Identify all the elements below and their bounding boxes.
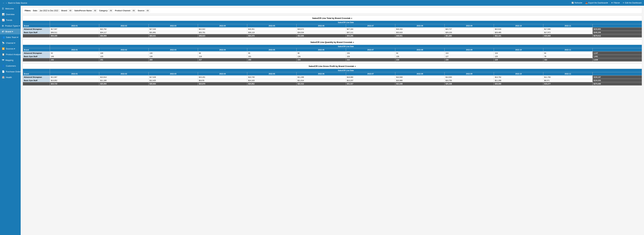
export-button[interactable]: 📤 Export the Dashboard▾ — [585, 2, 608, 4]
filter-bar: Filters: Date: Jan-2022 to Dec-2022 Bran… — [22, 8, 642, 14]
mapping-icon: 🗺 — [2, 59, 4, 61]
sidebar: ☰ Welcome📊 Overview📈 Trends⊞ Product Typ… — [0, 6, 21, 235]
main-content: Filters: Date: Jan-2022 to Dec-2022 Bran… — [21, 6, 644, 235]
top-bar: ← ← Back to Data Source 🔄 Refresh▾ 📤 Exp… — [0, 0, 644, 6]
crosstab-quantity: Sales/CR Line DateBrand2022-012022-02202… — [23, 45, 642, 62]
date-filter: Date: Jan-2022 to Dec-2022 — [33, 9, 60, 12]
export-icon: 📤 — [585, 2, 588, 4]
total-row: 2422412692172502343152192302291622,608 — [23, 58, 642, 62]
welcome-icon: ☰ — [2, 7, 4, 10]
sidebar-item-label: Sales Team ▾ — [6, 36, 18, 38]
sidebar-item-label: Brand ▾ — [6, 30, 13, 33]
table-section-quantity: Sales/CR Line Quantity by Brand Crosstab… — [22, 40, 642, 62]
source-filter-value[interactable]: All — [146, 9, 150, 12]
table-row: Advanced Strongman$17,597$22,792$27,530$… — [23, 28, 642, 31]
refresh-icon: 🔄 — [572, 2, 574, 4]
sidebar-item-label: Purchase Orders ▾ — [6, 70, 21, 73]
trends-icon: 📈 — [2, 19, 4, 21]
filters-button[interactable]: ▼ Filters▾ — [611, 2, 620, 4]
sidebar-item-label: Mapping — [6, 59, 13, 61]
filters-label: Filters: — [25, 10, 31, 12]
sidebar-item-label: Customers — [6, 65, 16, 67]
edit-button[interactable]: ✏ Edit the Dashboard — [623, 2, 642, 4]
sidebar-item-brand[interactable]: 🏷 Brand ▾ — [0, 28, 21, 34]
filter-icon: ▼ — [611, 2, 613, 4]
purchase-orders-icon: 📄 — [2, 70, 4, 73]
product-types-icon: ⊞ — [2, 24, 4, 27]
sidebar-item-purchase-orders[interactable]: 📄 Purchase Orders ▾ — [0, 69, 21, 74]
overview-icon: 📊 — [2, 13, 4, 16]
table-title-quantity[interactable]: Sales/CR Line Quantity by Brand Crosstab — [23, 40, 642, 45]
channel-filter-value[interactable]: All — [132, 9, 136, 12]
sidebar-item-label: Product Analysis — [6, 53, 21, 56]
sidebar-item-mapping[interactable]: 🗺 Mapping — [0, 57, 21, 63]
sidebar-item-label: Welcome — [5, 8, 14, 10]
sidebar-item-trends[interactable]: 📈 Trends — [0, 17, 21, 23]
table-row: Basic Gym Stuff$36,511$34,117$31,891$25,… — [23, 31, 642, 34]
salesperson-filter-value[interactable]: All — [93, 9, 97, 12]
back-button[interactable]: ← ← Back to Data Source — [2, 2, 27, 4]
total-row: $54,108$56,909$59,421$48,623$54,470$52,6… — [23, 34, 642, 38]
table-row: Advanced Strongman9310813098899815684103… — [23, 52, 642, 55]
sidebar-item-label: Trends — [6, 19, 12, 21]
sidebar-item-health[interactable]: 🏥 Health — [0, 74, 21, 80]
channel-filter: Product Channel: All — [115, 9, 136, 12]
back-icon: ← — [2, 2, 4, 4]
table-row: Basic Gym Stuff$13,052$11,180$12,425$9,6… — [23, 79, 642, 82]
sidebar-item-overview[interactable]: 📊 Overview — [0, 12, 21, 17]
crosstab-gross-profit: Sales/CR Line DateBrand2022-012022-02202… — [23, 69, 642, 86]
table-title-gross-profit[interactable]: Sales/CR Line Gross Profit by Brand Cros… — [23, 64, 642, 69]
brand-icon: 🏷 — [2, 30, 4, 33]
table-section-total: Sales/CR Line Total by Brand CrosstabSal… — [22, 16, 642, 38]
salesperson-filter: SalesPerson Name: All — [74, 9, 97, 12]
sidebar-item-product-types[interactable]: ⊞ Product Types ▾ — [0, 23, 21, 28]
sidebar-item-sources[interactable]: 🔀 Sources ▾ — [0, 46, 21, 52]
sidebar-item-label: Sources ▾ — [6, 48, 15, 50]
top-bar-actions: 🔄 Refresh▾ 📤 Export the Dashboard▾ ▼ Fil… — [572, 2, 642, 4]
sidebar-item-label: Channel ▾ — [6, 42, 15, 44]
category-filter-value[interactable]: All — [108, 9, 113, 12]
back-label: ← Back to Data Source — [6, 2, 27, 4]
tables-container: Sales/CR Line Total by Brand CrosstabSal… — [22, 16, 642, 86]
crosstab-total: Sales/CR Line DateBrand2022-012022-02202… — [23, 21, 642, 38]
sales-team-icon: 👥 — [2, 36, 4, 38]
sources-icon: 🔀 — [2, 48, 4, 50]
sidebar-item-welcome[interactable]: ☰ Welcome — [0, 6, 21, 12]
source-filter: Source: All — [138, 9, 150, 12]
sidebar-item-customers[interactable]: 👤 Customers — [0, 63, 21, 69]
sidebar-item-label: Health — [6, 76, 12, 78]
product-analysis-icon: 📋 — [2, 53, 4, 56]
refresh-button[interactable]: 🔄 Refresh▾ — [572, 2, 582, 4]
edit-icon: ✏ — [623, 2, 624, 4]
total-row: $24,719$25,094$30,064$24,879$24,852$22,3… — [23, 82, 642, 86]
sidebar-item-channel[interactable]: 📡 Channel ▾ — [0, 40, 21, 46]
table-row: Basic Gym Stuff1491331391191611361591351… — [23, 55, 642, 58]
sidebar-item-product-analysis[interactable]: 📋 Product Analysis — [0, 52, 21, 57]
health-icon: 🏥 — [2, 76, 4, 78]
sidebar-item-label: Product Types ▾ — [5, 25, 20, 27]
category-filter: Category: All — [99, 9, 113, 12]
table-row: Advanced Strongman$11,667$13,914$17,639$… — [23, 76, 642, 79]
channel-icon: 📡 — [2, 42, 4, 44]
customers-icon: 👤 — [2, 64, 4, 67]
date-filter-value[interactable]: Jan-2022 to Dec-2022 — [38, 9, 60, 12]
brand-filter-value[interactable]: All — [68, 9, 72, 12]
brand-filter: Brand: All — [62, 9, 72, 12]
sidebar-item-label: Overview — [6, 13, 14, 16]
sidebar-item-sales-team[interactable]: 👥 Sales Team ▾ — [0, 34, 21, 40]
table-title-total[interactable]: Sales/CR Line Total by Brand Crosstab — [23, 16, 642, 21]
table-section-gross-profit: Sales/CR Line Gross Profit by Brand Cros… — [22, 64, 642, 86]
